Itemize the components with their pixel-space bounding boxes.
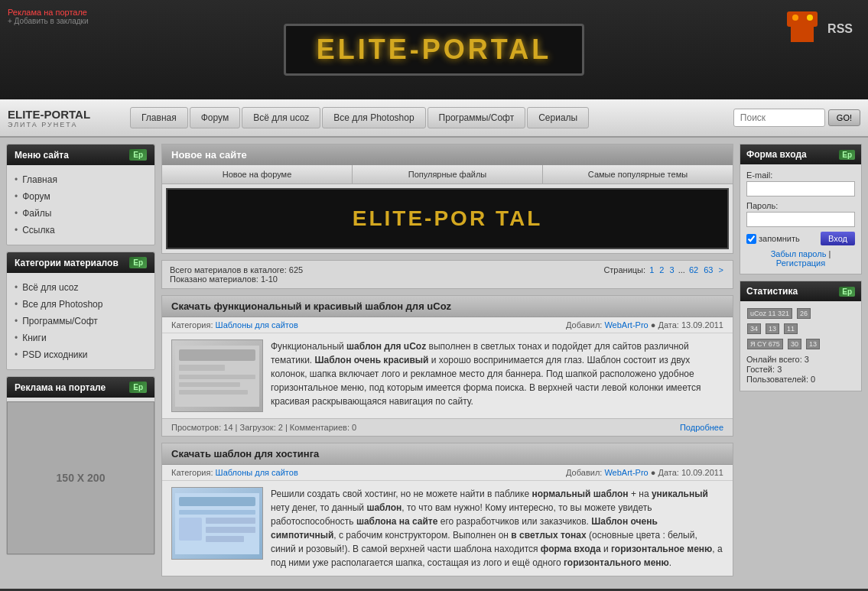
stats-counters2: 34 13 11 (746, 323, 855, 335)
nav-links: Главная Форум Всё для ucoz Все для Photo… (130, 107, 733, 128)
header-top: Реклама на портале + Добавить в закладки… (0, 0, 868, 99)
ad-size-label: 150 X 200 (57, 472, 106, 484)
sidebar-menu-title: Меню сайта (15, 150, 69, 161)
sidebar-categories-content: Всё для ucoz Все для Photoshop Программы… (7, 273, 154, 369)
guests-label: Гостей: (746, 365, 775, 374)
cat-books[interactable]: Книги (15, 330, 147, 346)
sidebar-menu-block: Меню сайта Ep Главная Форум Файлы Ссылка (6, 144, 155, 245)
nav-site-logo: ELITE-PORTAL ЭЛИТА РУНЕТА (8, 108, 115, 128)
nav-serials[interactable]: Сериалы (527, 107, 589, 128)
tab-popular-topics[interactable]: Самые популярные темы (543, 165, 733, 183)
sidebar-item-forum[interactable]: Форум (15, 188, 147, 205)
article-2-body: Решили создать свой хостинг, но не может… (162, 481, 733, 576)
header-logo-text: ELITE-PORTAL (317, 34, 551, 66)
nav-photoshop[interactable]: Все для Photoshop (322, 107, 425, 128)
article-2-title[interactable]: Скачать шаблон для хостинга (162, 443, 733, 465)
sidebar-item-link[interactable]: Ссылка (15, 222, 147, 239)
search-button[interactable]: GO! (828, 109, 860, 126)
page-2[interactable]: 2 (659, 265, 664, 274)
cat-photoshop[interactable]: Все для Photoshop (15, 296, 147, 313)
sidebar-ad-block: Реклама на портале Ep 150 X 200 (6, 376, 155, 555)
nav-bar: ELITE-PORTAL ЭЛИТА РУНЕТА Главная Форум … (0, 99, 868, 138)
article-2: Скачать шаблон для хостинга Категория: Ш… (161, 443, 733, 576)
page-3[interactable]: 3 (670, 265, 675, 274)
article-1-author[interactable]: WebArt-Pro (604, 320, 648, 330)
svg-rect-8 (179, 510, 255, 515)
article-1-cat-link[interactable]: Шаблоны для сайтов (216, 320, 298, 330)
login-header: Форма входа Ep (740, 145, 861, 164)
article-2-cat-link[interactable]: Шаблоны для сайтов (216, 468, 298, 477)
email-input[interactable] (746, 181, 855, 196)
materials-count: Всего материалов в каталоге: 625 Показан… (170, 265, 303, 284)
cat-ucoz[interactable]: Всё для ucoz (15, 279, 147, 296)
nav-forum[interactable]: Форум (190, 107, 240, 128)
logo-sub-text: ЭЛИТА РУНЕТА (8, 121, 99, 128)
article-1-meta: Категория: Шаблоны для сайтов Добавил: W… (162, 317, 733, 333)
cat-psd[interactable]: PSD исходники (15, 346, 147, 363)
article-1-more[interactable]: Подробнее (680, 423, 723, 432)
sidebar-right: Форма входа Ep E-mail: Пароль: запомнить (740, 144, 862, 583)
sidebar-categories-block: Категории материалов Ep Всё для ucoz Все… (6, 252, 155, 370)
nav-home[interactable]: Главная (130, 107, 188, 128)
svg-rect-4 (179, 382, 240, 387)
article-2-text: Решили создать свой хостинг, но не может… (271, 487, 723, 570)
header-top-links: Реклама на портале + Добавить в закладки (8, 8, 89, 25)
sidebar-item-files[interactable]: Файлы (15, 205, 147, 222)
stats-content: uCoz 11 321 26 34 13 11 Я CY 675 30 13 О… (740, 301, 861, 391)
page-1[interactable]: 1 (649, 265, 654, 274)
online-count: 3 (805, 355, 809, 364)
bookmark-link[interactable]: + Добавить в закладки (8, 17, 89, 25)
nav-ucoz[interactable]: Всё для ucoz (242, 107, 320, 128)
password-input[interactable] (746, 212, 855, 227)
page-62[interactable]: 62 (689, 265, 698, 274)
ep-badge-menu: Ep (129, 149, 147, 161)
page-next[interactable]: > (719, 265, 723, 274)
page-63[interactable]: 63 (704, 265, 713, 274)
svg-rect-12 (206, 536, 244, 542)
cy-counter: Я CY 675 (747, 339, 783, 349)
stats-block: Статистика Ep uCoz 11 321 26 34 13 11 Я … (740, 281, 862, 391)
svg-rect-3 (179, 375, 255, 379)
remember-label: запомнить (759, 234, 800, 243)
login-button[interactable]: Вход (821, 232, 855, 245)
article-1-text: Функциональный шаблон для uCoz выполнен … (271, 339, 723, 412)
stats-online: Онлайн всего: 3 Гостей: 3 Пользователей:… (746, 355, 855, 384)
email-row: E-mail: (746, 170, 855, 196)
nav-software[interactable]: Программы/Софт (427, 107, 526, 128)
forgot-password-link[interactable]: Забыл пароль (771, 249, 827, 258)
tab-popular-files[interactable]: Популярные файлы (353, 165, 543, 183)
article-2-category: Категория: Шаблоны для сайтов (171, 468, 298, 477)
page-ellipsis: ... (678, 265, 685, 274)
article-2-author[interactable]: WebArt-Pro (604, 468, 648, 477)
article-1-title[interactable]: Скачать функциональный и красивый шаблон… (162, 296, 733, 317)
stats-counters: uCoz 11 321 26 (746, 307, 855, 320)
article-1-footer: Просмотров: 14 | Загрузок: 2 | Комментар… (162, 418, 733, 436)
rss-counter: 26 (797, 308, 811, 319)
svg-rect-9 (179, 518, 202, 541)
new-banner: ELITE-POR TAL (166, 188, 729, 249)
online-total: Онлайн всего: 3 (746, 355, 855, 364)
ep-badge-stats: Ep (839, 287, 855, 297)
svg-rect-5 (179, 390, 248, 395)
stats-title: Статистика (746, 286, 798, 297)
site-logo: ELITE-PORTAL ЭЛИТА РУНЕТА (8, 108, 99, 128)
sidebar-ad-header: Реклама на портале Ep (7, 377, 154, 398)
ad-portal-link[interactable]: Реклама на портале (8, 8, 89, 17)
cat-software[interactable]: Программы/Софт (15, 313, 147, 330)
email-label: E-mail: (746, 170, 855, 180)
nav-search: GO! (733, 109, 860, 127)
new-tabs: Новое на форуме Популярные файлы Самые п… (162, 165, 733, 184)
register-link[interactable]: Регистрация (776, 258, 825, 268)
rss-area[interactable]: RSS (782, 8, 853, 50)
svg-rect-7 (179, 497, 255, 506)
sidebar-item-home[interactable]: Главная (15, 171, 147, 188)
search-input[interactable] (733, 109, 825, 127)
article-2-meta: Категория: Шаблоны для сайтов Добавил: W… (162, 465, 733, 481)
remember-checkbox[interactable] (746, 234, 756, 244)
svg-rect-2 (179, 365, 225, 371)
cy2-counter: 30 (788, 339, 801, 349)
article-1-thumb (171, 339, 263, 412)
tab-forum-new[interactable]: Новое на форуме (162, 165, 353, 183)
header-logo-center: ELITE-PORTAL (284, 24, 584, 76)
ep-badge-login: Ep (839, 150, 855, 160)
